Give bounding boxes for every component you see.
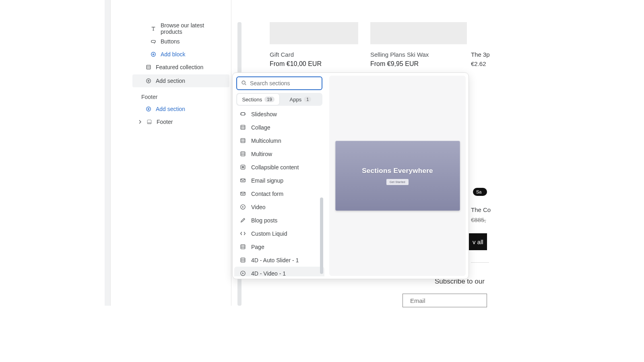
sale-badge: Sa xyxy=(473,188,487,196)
plus-circle-icon xyxy=(145,78,152,84)
tree-item-featured-collection[interactable]: Featured collection xyxy=(131,61,231,74)
svg-rect-15 xyxy=(241,245,245,249)
tree-item-label: Featured collection xyxy=(156,64,203,70)
tree-item-label: Buttons xyxy=(161,38,180,45)
svg-rect-12 xyxy=(240,179,245,182)
section-option-blog-posts[interactable]: Blog posts xyxy=(234,214,324,227)
preview-title: Sections Everywhere xyxy=(362,167,433,175)
mail-icon xyxy=(239,191,246,197)
footer-add-section-button[interactable]: Add section xyxy=(131,103,231,115)
svg-rect-16 xyxy=(241,258,245,262)
section-option-4d-auto-slider[interactable]: 4D - Auto Slider - 1 xyxy=(234,253,324,267)
tree-item-label: Browse our latest products xyxy=(161,22,227,35)
pencil-icon xyxy=(239,217,246,223)
tab-apps[interactable]: Apps 1 xyxy=(279,94,322,105)
tree-item-label: Add block xyxy=(161,51,185,58)
add-section-popover: Search sections Sections 19 Apps 1 Slide… xyxy=(232,72,469,279)
product-image-placeholder xyxy=(270,22,358,44)
email-field[interactable]: Email xyxy=(402,294,487,307)
svg-rect-9 xyxy=(241,138,245,142)
view-all-button[interactable]: v all xyxy=(467,233,487,250)
search-icon xyxy=(241,80,247,87)
play-icon xyxy=(239,270,246,276)
svg-point-6 xyxy=(242,81,245,84)
tab-count-badge: 1 xyxy=(304,97,311,102)
product-price: From €10,00 EUR xyxy=(270,60,322,68)
section-preview-thumbnail: Sections Everywhere Get Started xyxy=(335,141,460,211)
tab-count-badge: 19 xyxy=(264,97,274,102)
add-section-button[interactable]: Add section xyxy=(132,74,229,87)
tree-item-footer[interactable]: Footer xyxy=(131,115,231,128)
section-icon xyxy=(239,124,246,130)
product-title-cut: The 3p xyxy=(471,51,495,58)
tree-item-label: Add section xyxy=(156,78,185,84)
preview-cta-button: Get Started xyxy=(386,179,409,185)
section-icon xyxy=(145,64,152,70)
footer-group-heading: Footer xyxy=(131,88,231,103)
section-option-multicolumn[interactable]: Multicolumn xyxy=(234,134,324,147)
text-icon xyxy=(150,26,157,31)
svg-rect-2 xyxy=(147,65,151,69)
product-title[interactable]: Gift Card xyxy=(270,51,294,58)
left-gutter xyxy=(105,0,111,306)
section-preview-panel: Sections Everywhere Get Started xyxy=(329,76,466,276)
tree-item-browse-products[interactable]: Browse our latest products xyxy=(131,22,231,35)
section-icon xyxy=(239,244,246,250)
product-image-placeholder xyxy=(370,22,467,44)
tree-item-buttons[interactable]: Buttons xyxy=(131,35,231,48)
chevron-right-icon xyxy=(138,120,142,124)
svg-rect-8 xyxy=(241,125,245,129)
product-strike-price-cut: €885, xyxy=(471,216,495,223)
svg-rect-13 xyxy=(240,192,245,195)
footer-icon xyxy=(146,119,153,125)
section-option-email-signup[interactable]: Email signup xyxy=(234,174,324,187)
divider xyxy=(471,262,489,263)
tab-sections[interactable]: Sections 19 xyxy=(237,94,279,105)
section-icon xyxy=(239,151,246,157)
tree-item-label: Add section xyxy=(156,106,185,112)
section-option-video[interactable]: Video xyxy=(234,200,324,214)
collapsible-icon xyxy=(239,164,246,170)
plus-circle-icon xyxy=(145,106,152,112)
section-options-list: Slideshow Collage Multicolumn Multirow C… xyxy=(234,107,324,276)
buttons-icon xyxy=(150,39,157,44)
section-option-4d-video[interactable]: 4D - Video - 1 xyxy=(234,267,324,276)
search-input[interactable]: Search sections xyxy=(236,76,322,90)
svg-rect-10 xyxy=(241,152,245,156)
popover-tabs: Sections 19 Apps 1 xyxy=(236,93,322,106)
product-title-cut: The Co xyxy=(471,206,495,213)
product-price-cut: €2.62 xyxy=(471,60,495,67)
section-option-collage[interactable]: Collage xyxy=(234,121,324,134)
section-option-custom-liquid[interactable]: Custom Liquid xyxy=(234,227,324,240)
section-option-collapsible[interactable]: Collapsible content xyxy=(234,160,324,174)
section-icon xyxy=(239,138,246,144)
svg-rect-7 xyxy=(241,113,244,115)
section-option-contact-form[interactable]: Contact form xyxy=(234,187,324,200)
email-placeholder: Email xyxy=(410,297,425,304)
search-placeholder: Search sections xyxy=(250,80,290,86)
plus-circle-icon xyxy=(150,51,157,57)
mail-icon xyxy=(239,177,246,183)
code-icon xyxy=(239,230,246,237)
product-price: From €9,95 EUR xyxy=(370,60,419,68)
section-option-page[interactable]: Page xyxy=(234,240,324,253)
svg-rect-0 xyxy=(151,40,156,42)
section-option-multirow[interactable]: Multirow xyxy=(234,147,324,160)
slideshow-icon xyxy=(239,111,246,117)
add-block-button[interactable]: Add block xyxy=(131,48,231,61)
svg-rect-5 xyxy=(147,120,151,124)
theme-editor-sidebar: Browse our latest products Buttons Add b… xyxy=(131,0,231,306)
product-title[interactable]: Selling Plans Ski Wax xyxy=(370,51,429,58)
tree-item-label: Footer xyxy=(157,119,173,125)
section-option-slideshow[interactable]: Slideshow xyxy=(234,107,324,121)
play-icon xyxy=(239,204,246,210)
section-icon xyxy=(239,257,246,263)
options-scrollbar[interactable] xyxy=(320,197,323,274)
